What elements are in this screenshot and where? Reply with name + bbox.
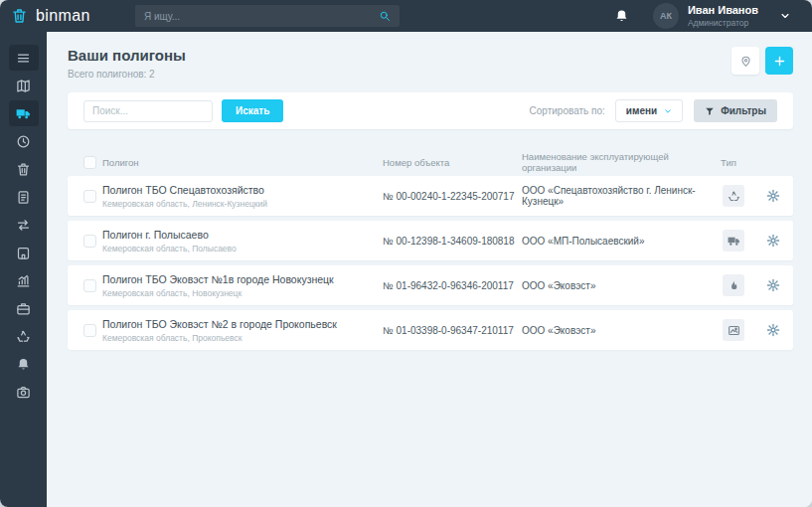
col-polygon: Полигон bbox=[102, 157, 383, 168]
plus-icon bbox=[773, 55, 786, 68]
filters-button[interactable]: Фильтры bbox=[694, 99, 777, 122]
sort-dropdown[interactable]: имени bbox=[615, 99, 683, 122]
sidebar-item-notifications[interactable] bbox=[9, 351, 39, 377]
user-name: Иван Иванов bbox=[688, 5, 758, 16]
search-button[interactable]: Искать bbox=[222, 99, 283, 122]
chevron-down-icon[interactable] bbox=[780, 11, 790, 21]
operating-org: ООО «Эковэст» bbox=[522, 325, 721, 336]
chart-icon bbox=[16, 273, 31, 288]
select-all-checkbox[interactable] bbox=[83, 156, 96, 169]
add-polygon-button[interactable] bbox=[765, 47, 793, 75]
clock-icon bbox=[16, 134, 31, 149]
trash-icon bbox=[16, 162, 31, 177]
row-checkbox[interactable] bbox=[83, 324, 96, 337]
gear-icon[interactable] bbox=[766, 189, 780, 203]
polygon-cell: Полигон ТБО Эковэст №1в городе Новокузне… bbox=[102, 273, 383, 298]
polygon-location: Кемеровская область, Прокопьевск bbox=[102, 333, 383, 343]
building-icon bbox=[16, 246, 31, 260]
polygon-title: Полигон г. Полысаево bbox=[102, 229, 383, 241]
trash-icon bbox=[11, 7, 28, 25]
gear-icon[interactable] bbox=[766, 234, 780, 248]
bell-icon[interactable] bbox=[614, 8, 629, 24]
landscape-icon bbox=[723, 319, 744, 341]
truck-icon bbox=[723, 230, 744, 252]
table-row[interactable]: Полигон ТБО Эковэст №1в городе Новокузне… bbox=[68, 265, 793, 305]
object-number: № 01-03398-0-96347-210117 bbox=[383, 325, 522, 336]
global-search bbox=[135, 5, 400, 27]
sort-value: имени bbox=[626, 105, 657, 116]
flame-icon bbox=[723, 274, 744, 296]
page-heading: Ваши полигоны Всего полигонов: 2 bbox=[68, 47, 186, 80]
camera-icon bbox=[16, 385, 31, 400]
page-title: Ваши полигоны bbox=[68, 47, 186, 64]
row-checkbox[interactable] bbox=[83, 190, 96, 203]
header-actions bbox=[731, 47, 793, 75]
topbar: binman АК Иван Иванов Администратор bbox=[0, 0, 812, 32]
polygon-title: Полигон ТБО Спецавтохозяйство bbox=[102, 184, 383, 196]
sidebar-item-bins[interactable] bbox=[9, 156, 39, 182]
polygon-title: Полигон ТБО Эковэст №1в городе Новокузне… bbox=[102, 273, 383, 285]
logo[interactable]: binman bbox=[0, 7, 90, 25]
gear-icon[interactable] bbox=[766, 323, 780, 337]
search-input[interactable] bbox=[83, 100, 213, 122]
page-subtitle: Всего полигонов: 2 bbox=[68, 69, 186, 80]
avatar[interactable]: АК bbox=[653, 3, 679, 29]
sort-group: Сортировать по: имени Фильтры bbox=[530, 99, 777, 122]
sidebar-item-routes[interactable] bbox=[9, 212, 39, 238]
sidebar-item-documents[interactable] bbox=[9, 184, 39, 210]
col-number: Номер объекта bbox=[383, 157, 522, 168]
object-number: № 01-96432-0-96346-200117 bbox=[383, 280, 522, 291]
user-meta: Иван Иванов Администратор bbox=[688, 5, 758, 28]
page-header: Ваши полигоны Всего полигонов: 2 bbox=[68, 47, 793, 80]
sidebar-item-polygons[interactable] bbox=[9, 100, 39, 126]
operating-org: ООО «Эковэст» bbox=[522, 280, 721, 291]
col-type: Тип bbox=[721, 157, 760, 168]
search-icon[interactable] bbox=[379, 10, 391, 22]
polygon-location: Кемеровская область, Новокузнецк bbox=[102, 288, 383, 298]
logo-text: binman bbox=[36, 7, 90, 25]
chevron-down-icon bbox=[664, 107, 672, 115]
sidebar-nav bbox=[0, 32, 47, 507]
col-org: Наименование эксплуатирующей организации bbox=[522, 151, 721, 173]
briefcase-icon bbox=[16, 301, 31, 316]
swap-icon bbox=[16, 218, 31, 233]
operating-org: ООО «МП-Полысаевский» bbox=[522, 236, 721, 247]
pin-icon bbox=[739, 55, 752, 68]
sidebar-item-camera[interactable] bbox=[9, 379, 39, 405]
sidebar-item-menu[interactable] bbox=[9, 45, 39, 71]
recycle-icon bbox=[16, 329, 31, 344]
gear-icon[interactable] bbox=[766, 278, 780, 292]
map-view-button[interactable] bbox=[731, 47, 759, 75]
recycle-icon bbox=[723, 185, 744, 207]
table-header: Полигон Номер объекта Наименование экспл… bbox=[68, 148, 793, 176]
sidebar-item-map[interactable] bbox=[9, 73, 39, 98]
hamburger-icon bbox=[16, 51, 31, 66]
polygon-location: Кемеровская область, Ленинск-Кузнецкий bbox=[102, 199, 383, 209]
main-content: Ваши полигоны Всего полигонов: 2 Искать … bbox=[47, 32, 812, 507]
sidebar-item-briefcase[interactable] bbox=[9, 295, 39, 321]
truck-icon bbox=[16, 106, 31, 121]
row-checkbox[interactable] bbox=[83, 279, 96, 292]
filters-label: Фильтры bbox=[721, 105, 766, 116]
row-checkbox[interactable] bbox=[83, 235, 96, 248]
bell-icon bbox=[16, 357, 31, 372]
global-search-input[interactable] bbox=[144, 11, 379, 22]
table-row[interactable]: Полигон г. Полысаево Кемеровская область… bbox=[68, 221, 793, 260]
table-row[interactable]: Полигон ТБО Эковэст №2 в городе Прокопье… bbox=[68, 310, 793, 350]
object-number: № 00-00240-1-22345-200717 bbox=[383, 191, 522, 202]
object-number: № 00-12398-1-34609-180818 bbox=[383, 236, 522, 247]
funnel-icon bbox=[705, 106, 715, 116]
polygon-table-body: Полигон ТБО Спецавтохозяйство Кемеровска… bbox=[68, 176, 793, 350]
map-icon bbox=[16, 79, 31, 93]
sidebar-item-building[interactable] bbox=[9, 240, 39, 265]
polygon-cell: Полигон ТБО Спецавтохозяйство Кемеровска… bbox=[102, 184, 383, 209]
sidebar-item-recycling[interactable] bbox=[9, 323, 39, 349]
operating-org: ООО «Спецавтохозяйство г. Ленинск-Кузнец… bbox=[522, 185, 721, 207]
polygon-title: Полигон ТБО Эковэст №2 в городе Прокопье… bbox=[102, 318, 383, 330]
sidebar-item-history[interactable] bbox=[9, 128, 39, 154]
table-row[interactable]: Полигон ТБО Спецавтохозяйство Кемеровска… bbox=[68, 176, 793, 216]
app-window: binman АК Иван Иванов Администратор Ваши… bbox=[0, 0, 812, 507]
sort-label: Сортировать по: bbox=[530, 105, 605, 116]
sidebar-item-analytics[interactable] bbox=[9, 267, 39, 293]
polygon-cell: Полигон г. Полысаево Кемеровская область… bbox=[102, 229, 383, 254]
